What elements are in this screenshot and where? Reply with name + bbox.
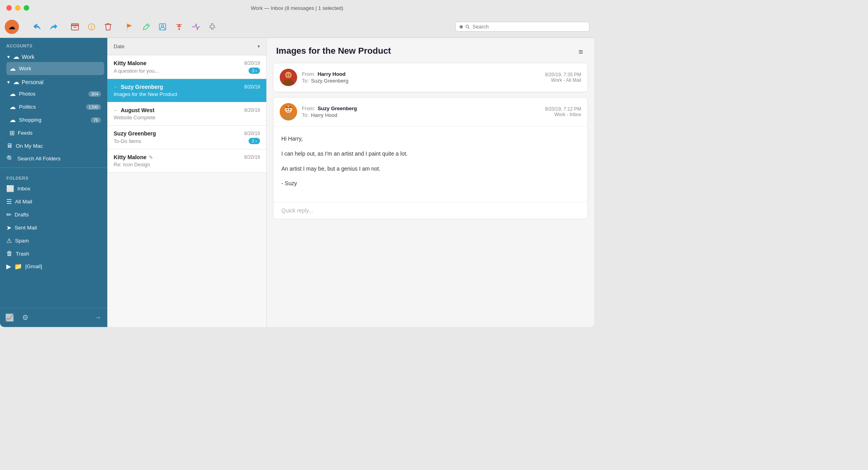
remind-button[interactable]: ! <box>84 20 99 34</box>
email-item-2[interactable]: ← Suzy Greenberg 8/20/19 Images for the … <box>107 79 266 102</box>
sidebar-item-trash[interactable]: 🗑 Trash <box>0 247 107 260</box>
email-sender: Suzy Greenberg <box>114 130 156 137</box>
work-group-header[interactable]: ▼ ☁ Work <box>0 50 107 62</box>
sidebar-item-gmail[interactable]: ▶ 📁 [Gmail] <box>0 260 107 273</box>
email-item-bottom: A question for you... 3 › <box>114 68 260 74</box>
email-item-1[interactable]: Kitty Malone 8/20/19 A question for you.… <box>107 55 266 79</box>
email-item-4[interactable]: Suzy Greenberg 8/20/19 To-Do Items 2 › <box>107 126 266 149</box>
toolbar: ☁ ! <box>0 16 594 38</box>
sent-mail-label: Sent Mail <box>15 225 101 231</box>
thread-arrow: › <box>255 139 257 143</box>
app-window: Work — Inbox (8 messages | 1 selected) ☁ <box>0 0 594 327</box>
photos-label: Photos <box>19 91 85 97</box>
svg-point-6 <box>178 28 180 30</box>
politics-badge: 1390 <box>86 104 101 110</box>
cloud-icon: ☁ <box>13 53 19 60</box>
rules-button[interactable] <box>189 20 203 34</box>
spam-label: Spam <box>15 238 101 244</box>
accounts-section-header: Accounts <box>0 38 107 50</box>
sidebar-item-inbox[interactable]: ⬜ Inbox <box>0 182 107 195</box>
message-date-location: 8/20/19, 7:35 PM Work - All Mail <box>545 72 581 83</box>
avatar-suzy <box>280 103 297 120</box>
email-list-header: Date ▾ <box>107 38 266 55</box>
photos-badge: 304 <box>88 91 101 97</box>
delete-button[interactable] <box>101 20 115 34</box>
message-header-1: From: Harry Hood To: Suzy Greenberg 8/20… <box>273 63 587 92</box>
email-item-5[interactable]: Kitty Malone ✎ 8/20/19 Re: Icon Design <box>107 149 266 173</box>
search-icon: 🔍 <box>6 155 14 162</box>
sidebar-item-drafts[interactable]: ✏ Drafts <box>0 208 107 221</box>
minimize-button[interactable] <box>15 5 21 11</box>
sidebar-item-search-all[interactable]: 🔍 Search All Folders <box>0 152 107 165</box>
contacts-button[interactable] <box>155 20 170 34</box>
body-line-3: An artist I may be, but a genius I am no… <box>281 164 580 174</box>
account-avatar[interactable]: ☁ <box>5 20 19 34</box>
from-label: From: <box>302 71 315 77</box>
message-card-1: From: Harry Hood To: Suzy Greenberg 8/20… <box>273 63 588 92</box>
cloud-icon: ☁ <box>9 90 16 98</box>
cloud-icon: ☁ <box>9 65 16 72</box>
sidebar-item-shopping[interactable]: ☁ Shopping 76 <box>3 113 107 126</box>
sidebar-item-photos[interactable]: ☁ Photos 304 <box>3 87 107 100</box>
forward-button[interactable] <box>47 20 61 34</box>
email-sender: Kitty Malone <box>114 60 146 66</box>
email-preview: To-Do Items <box>114 138 245 144</box>
feeds-icon: ⊞ <box>9 129 15 137</box>
email-item-3[interactable]: ← August West 8/20/19 Website Complete <box>107 102 266 126</box>
from-label: From: <box>302 105 315 111</box>
sidebar-item-spam[interactable]: ⚠ Spam <box>0 234 107 247</box>
sidebar-item-sent-mail[interactable]: ➤ Sent Mail <box>0 221 107 234</box>
sort-label: Date <box>114 43 258 49</box>
reply-all-button[interactable] <box>30 20 44 34</box>
on-my-mac-label: On My Mac <box>16 143 101 149</box>
chevron-right-icon: ▶ <box>6 263 11 270</box>
svg-point-16 <box>287 109 288 110</box>
email-subject: Images for the New Product <box>114 91 260 97</box>
signout-button[interactable]: → <box>92 311 104 324</box>
email-detail-header: Images for the New Product ≡ <box>267 38 594 63</box>
email-item-bottom: Website Complete <box>114 115 260 120</box>
search-all-label: Search All Folders <box>17 156 101 162</box>
detail-menu-button[interactable]: ≡ <box>577 46 585 58</box>
close-button[interactable] <box>6 5 12 11</box>
quick-reply-area[interactable]: Quick reply... <box>273 202 587 219</box>
thread-badge: 3 › <box>249 68 260 74</box>
maximize-button[interactable] <box>24 5 29 11</box>
sort-arrow-icon[interactable]: ▾ <box>258 44 260 49</box>
search-input[interactable] <box>473 24 585 30</box>
sidebar-item-on-my-mac[interactable]: 🖥 On My Mac <box>0 139 107 152</box>
sidebar-item-feeds[interactable]: ⊞ Feeds <box>3 126 107 139</box>
reply-arrow-icon: ← <box>114 84 118 90</box>
sidebar-item-politics[interactable]: ☁ Politics 1390 <box>3 100 107 113</box>
gmail-label: [Gmail] <box>25 263 101 269</box>
all-mail-icon: ☰ <box>6 198 12 205</box>
search-icon <box>465 24 470 30</box>
search-box[interactable] <box>455 22 589 32</box>
email-item-bottom: Images for the New Product <box>114 91 260 97</box>
avatar-harry <box>280 69 297 86</box>
compose-button[interactable] <box>139 20 153 34</box>
cloud-icon: ☁ <box>13 78 19 86</box>
settings-button[interactable]: ⚙ <box>19 311 32 324</box>
message-date-location-2: 8/20/19, 7:12 PM Work - Inbox <box>545 106 581 117</box>
message-from-line: From: Suzy Greenberg <box>302 105 541 111</box>
archive-button[interactable] <box>68 20 82 34</box>
main-layout: Accounts ▼ ☁ Work ☁ Work ▼ ☁ Personal <box>0 38 594 327</box>
quick-reply-placeholder[interactable]: Quick reply... <box>281 207 313 214</box>
email-preview: Re: Icon Design <box>114 162 260 167</box>
cloud-icon: ☁ <box>9 116 16 124</box>
plugin-button[interactable] <box>205 20 219 34</box>
sidebar-item-work-inbox[interactable]: ☁ Work <box>6 62 104 75</box>
chevron-down-icon: ▼ <box>6 80 11 85</box>
activity-button[interactable]: 📈 <box>3 311 16 324</box>
flag-button[interactable] <box>122 20 137 34</box>
personal-group-header[interactable]: ▼ ☁ Personal <box>0 75 107 87</box>
filter-button[interactable] <box>172 20 186 34</box>
email-item-bottom: Re: Icon Design <box>114 162 260 167</box>
svg-point-5 <box>161 25 164 27</box>
chevron-down-icon: ▼ <box>6 55 11 59</box>
feeds-label: Feeds <box>18 130 101 136</box>
work-group-label: Work <box>22 54 34 60</box>
sidebar-item-all-mail[interactable]: ☰ All Mail <box>0 195 107 208</box>
svg-point-11 <box>287 75 288 76</box>
